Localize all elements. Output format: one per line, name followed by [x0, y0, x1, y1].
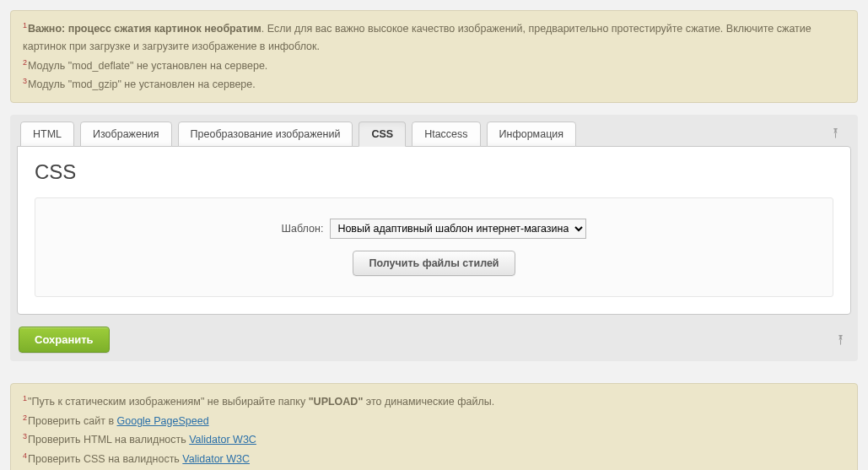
footnote-marker: 2 — [23, 413, 27, 422]
notice-bold: "UPLOAD" — [309, 397, 364, 408]
template-select[interactable]: Новый адаптивный шаблон интернет-магазин… — [330, 219, 586, 239]
notice-text: Проверить CSS на валидность — [28, 453, 182, 465]
footnote-marker: 3 — [23, 77, 27, 85]
tab-info[interactable]: Информация — [487, 122, 577, 147]
save-button[interactable]: Сохранить — [19, 327, 110, 353]
footer-bar: Сохранить — [17, 323, 851, 354]
tab-htaccess[interactable]: Htaccess — [412, 122, 480, 147]
bottom-notice: 1"Путь к статическим изображениям" не вы… — [10, 383, 858, 470]
bottom-line-2: 2Проверить сайт в Google PageSpeed — [23, 412, 845, 430]
bottom-line-3: 3Проверить HTML на валидность Validator … — [23, 430, 845, 449]
notice-text: это динамические файлы. — [363, 397, 494, 408]
bottom-line-4: 4Проверить CSS на валидность Validator W… — [23, 450, 845, 468]
footnote-marker: 1 — [23, 394, 27, 402]
page-title: CSS — [35, 160, 833, 184]
notice-line-2: 2Модуль "mod_deflate" не установлен на с… — [23, 57, 845, 75]
form-area: Шаблон: Новый адаптивный шаблон интернет… — [35, 197, 833, 297]
notice-text: "Путь к статическим изображениям" не выб… — [28, 397, 309, 408]
footnote-marker: 1 — [23, 21, 27, 30]
template-label: Шаблон: — [282, 223, 324, 235]
notice-text: Модуль "mod_gzip" не установлен на серве… — [28, 78, 256, 90]
notice-bold: Важно: процесс сжатия картинок необратим — [28, 23, 261, 35]
html-validator-link[interactable]: Validator W3C — [189, 434, 256, 446]
main-panel: HTML Изображения Преобразование изображе… — [10, 115, 858, 361]
css-validator-link[interactable]: Validator W3C — [182, 453, 250, 465]
tab-css[interactable]: CSS — [359, 122, 406, 147]
tabs-row: HTML Изображения Преобразование изображе… — [17, 122, 851, 147]
google-pagespeed-link[interactable]: Google PageSpeed — [117, 415, 209, 427]
footnote-marker: 3 — [23, 432, 27, 440]
tab-content: CSS Шаблон: Новый адаптивный шаблон инте… — [17, 146, 851, 315]
template-row: Шаблон: Новый адаптивный шаблон интернет… — [282, 219, 587, 239]
top-notice: 1Важно: процесс сжатия картинок необрати… — [10, 10, 858, 103]
notice-line-3: 3Модуль "mod_gzip" не установлен на серв… — [23, 75, 845, 94]
notice-text: Проверить сайт в — [28, 415, 116, 427]
bottom-line-1: 1"Путь к статическим изображениям" не вы… — [23, 392, 845, 411]
tab-image-transform[interactable]: Преобразование изображений — [178, 122, 353, 147]
notice-line-1: 1Важно: процесс сжатия картинок необрати… — [23, 19, 845, 57]
footnote-marker: 4 — [23, 451, 27, 460]
footnote-marker: 2 — [23, 58, 27, 67]
pin-toggle-bottom[interactable] — [835, 334, 846, 345]
get-style-files-button[interactable]: Получить файлы стилей — [353, 251, 515, 276]
tab-html[interactable]: HTML — [20, 122, 74, 147]
pin-icon — [835, 334, 846, 345]
tab-images[interactable]: Изображения — [80, 122, 172, 147]
notice-text: Модуль "mod_deflate" не установлен на се… — [28, 60, 267, 72]
notice-text: Проверить HTML на валидность — [28, 434, 189, 446]
